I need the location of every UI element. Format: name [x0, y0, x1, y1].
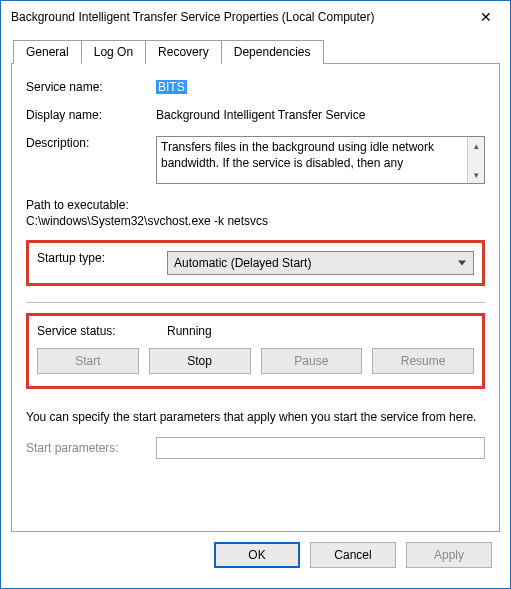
service-control-buttons: Start Stop Pause Resume [37, 348, 474, 374]
stop-button[interactable]: Stop [149, 348, 251, 374]
dialog-buttons: OK Cancel Apply [11, 532, 500, 578]
separator [26, 302, 485, 303]
row-display-name: Display name: Background Intelligent Tra… [26, 108, 485, 122]
dialog-content: General Log On Recovery Dependencies Ser… [1, 33, 510, 588]
tab-panel-general: Service name: BITS Display name: Backgro… [11, 64, 500, 532]
start-button[interactable]: Start [37, 348, 139, 374]
value-service-status: Running [167, 324, 474, 338]
scroll-down-icon[interactable]: ▾ [468, 166, 484, 183]
tab-recovery[interactable]: Recovery [145, 40, 222, 64]
close-icon: ✕ [480, 9, 492, 25]
start-parameters-hint: You can specify the start parameters tha… [26, 409, 485, 425]
value-service-name: BITS [156, 80, 485, 94]
highlight-service-status: Service status: Running Start Stop Pause… [26, 313, 485, 389]
cancel-button[interactable]: Cancel [310, 542, 396, 568]
titlebar: Background Intelligent Transfer Service … [1, 1, 510, 33]
path-block: Path to executable: C:\windows\System32\… [26, 198, 485, 228]
value-path: C:\windows\System32\svchost.exe -k netsv… [26, 214, 485, 228]
value-display-name: Background Intelligent Transfer Service [156, 108, 485, 122]
description-text[interactable]: Transfers files in the background using … [157, 137, 467, 183]
row-service-name: Service name: BITS [26, 80, 485, 94]
label-path: Path to executable: [26, 198, 485, 212]
tab-logon[interactable]: Log On [81, 40, 146, 64]
label-service-name: Service name: [26, 80, 156, 94]
row-start-parameters: Start parameters: [26, 437, 485, 459]
window-title: Background Intelligent Transfer Service … [11, 10, 466, 24]
row-service-status: Service status: Running [37, 324, 474, 338]
close-button[interactable]: ✕ [466, 3, 506, 31]
scroll-up-icon[interactable]: ▴ [468, 137, 484, 154]
start-parameters-input[interactable] [156, 437, 485, 459]
label-start-parameters: Start parameters: [26, 441, 156, 455]
tab-dependencies[interactable]: Dependencies [221, 40, 324, 64]
row-description: Description: Transfers files in the back… [26, 136, 485, 184]
description-box: Transfers files in the background using … [156, 136, 485, 184]
service-name-text[interactable]: BITS [156, 80, 187, 94]
label-startup-type: Startup type: [37, 251, 167, 265]
tab-general[interactable]: General [13, 40, 82, 64]
startup-type-select-wrap [167, 251, 474, 275]
row-startup-type: Startup type: [37, 251, 474, 275]
startup-type-select[interactable] [167, 251, 474, 275]
ok-button[interactable]: OK [214, 542, 300, 568]
tabstrip: General Log On Recovery Dependencies [11, 39, 500, 64]
description-scrollbar[interactable]: ▴ ▾ [467, 137, 484, 183]
label-display-name: Display name: [26, 108, 156, 122]
apply-button[interactable]: Apply [406, 542, 492, 568]
highlight-startup-type: Startup type: [26, 240, 485, 286]
resume-button[interactable]: Resume [372, 348, 474, 374]
label-service-status: Service status: [37, 324, 167, 338]
label-description: Description: [26, 136, 156, 150]
pause-button[interactable]: Pause [261, 348, 363, 374]
